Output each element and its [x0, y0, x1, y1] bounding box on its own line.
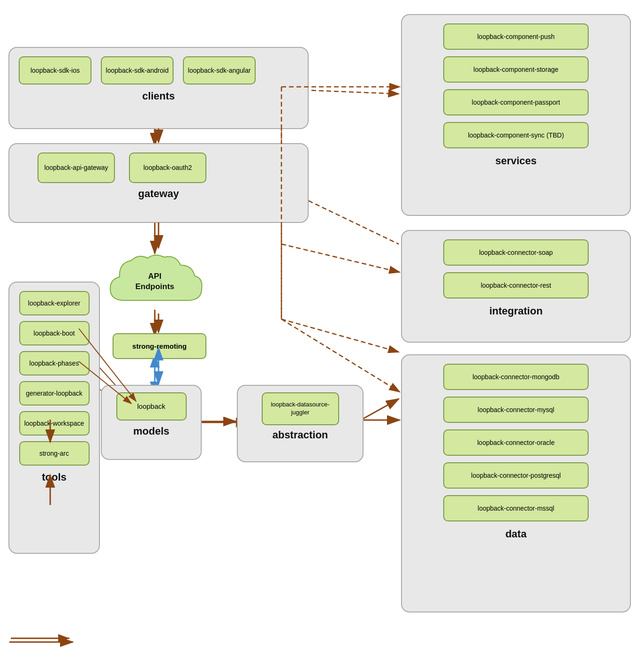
data-label: data: [402, 528, 630, 540]
node-loopback-component-sync: loopback-component-sync (TBD): [443, 122, 589, 148]
node-loopback-connector-mssql: loopback-connector-mssql: [443, 495, 589, 521]
services-label: services: [402, 155, 630, 167]
node-loopback-oauth2: loopback-oauth2: [129, 153, 206, 183]
node-loopback-connector-soap: loopback-connector-soap: [443, 239, 589, 266]
node-loopback-explorer: loopback-explorer: [19, 291, 90, 315]
node-loopback-workspace: loopback-workspace: [19, 411, 90, 436]
models-label: models: [102, 425, 201, 437]
clients-group: loopback-sdk-ios loopback-sdk-android lo…: [8, 47, 309, 129]
node-loopback-component-passport: loopback-component-passport: [443, 89, 589, 115]
node-loopback-component-storage: loopback-component-storage: [443, 56, 589, 83]
node-loopback-sdk-angular: loopback-sdk-angular: [183, 56, 256, 84]
node-loopback-sdk-android: loopback-sdk-android: [101, 56, 174, 84]
node-loopback-connector-rest: loopback-connector-rest: [443, 272, 589, 298]
models-group: loopback models: [101, 385, 202, 460]
services-group: loopback-component-push loopback-compone…: [401, 14, 631, 216]
svg-line-38: [281, 244, 400, 272]
abstraction-label: abstraction: [238, 429, 363, 441]
node-loopback-phases: loopback-phases: [19, 351, 90, 375]
integration-group: loopback-connector-soap loopback-connect…: [401, 230, 631, 343]
node-generator-loopback: generator-loopback: [19, 381, 90, 406]
node-loopback-connector-mongodb: loopback-connector-mongodb: [443, 364, 589, 390]
tools-label: tools: [9, 471, 99, 483]
data-group: loopback-connector-mongodb loopback-conn…: [401, 354, 631, 612]
arrow-legend: [8, 633, 83, 644]
node-loopback: loopback: [116, 392, 187, 421]
node-loopback-datasource-juggler: loopback-datasource-juggler: [262, 392, 339, 425]
node-loopback-connector-mysql: loopback-connector-mysql: [443, 397, 589, 423]
node-strong-remoting: strong-remoting: [113, 333, 206, 359]
node-loopback-connector-oracle: loopback-connector-oracle: [443, 429, 589, 456]
abstraction-group: loopback-datasource-juggler abstraction: [237, 385, 364, 462]
diagram: loopback-sdk-ios loopback-sdk-android lo…: [0, 0, 644, 658]
node-loopback-connector-postgresql: loopback-connector-postgresql: [443, 462, 589, 489]
clients-label: clients: [9, 90, 308, 102]
node-strong-arc: strong-arc: [19, 441, 90, 466]
tools-group: loopback-explorer loopback-boot loopback…: [8, 282, 100, 554]
gateway-label: gateway: [9, 188, 308, 200]
integration-label: integration: [402, 305, 630, 317]
node-loopback-sdk-ios: loopback-sdk-ios: [19, 56, 91, 84]
node-loopback-api-gateway: loopback-api-gateway: [38, 153, 115, 183]
api-endpoints-cloud: APIEndpoints: [101, 249, 209, 314]
node-loopback-boot: loopback-boot: [19, 321, 90, 345]
svg-line-18: [281, 319, 399, 352]
svg-line-39: [281, 319, 400, 392]
node-loopback-component-push: loopback-component-push: [443, 23, 589, 50]
gateway-group: loopback-api-gateway loopback-oauth2 gat…: [8, 143, 309, 223]
api-endpoints-text: APIEndpoints: [135, 271, 174, 292]
